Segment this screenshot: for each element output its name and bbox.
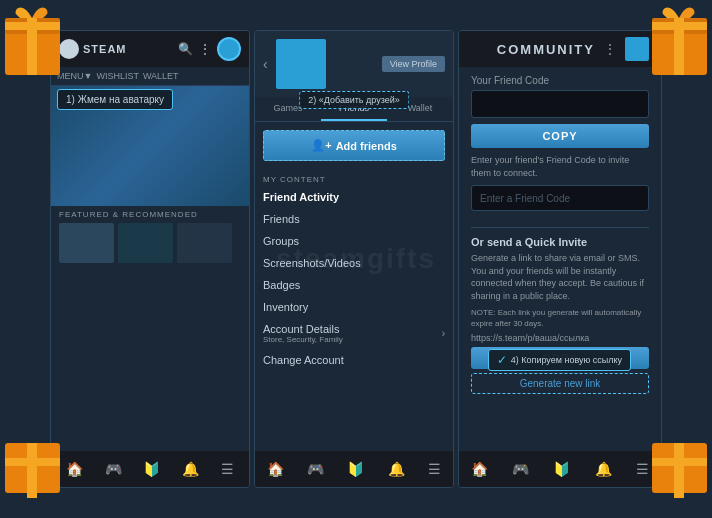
my-content-label: MY CONTENT <box>255 169 453 186</box>
middle-panel: ‹ View Profile 2) «Добавить друзей» Game… <box>254 30 454 488</box>
svg-rect-9 <box>27 443 37 498</box>
games-icon[interactable]: 🎮 <box>105 461 122 477</box>
back-arrow-icon[interactable]: ‹ <box>263 56 268 72</box>
add-friends-icon: 👤+ <box>311 139 331 152</box>
svg-rect-13 <box>652 458 707 466</box>
hamburger-icon[interactable]: ☰ <box>221 461 234 477</box>
tooltip-avatar: 1) Жмем на аватарку <box>57 89 173 110</box>
main-container: STEAM 🔍 ⋮ MENU▼ WISHLIST WALLET 1) Жмем … <box>50 30 662 488</box>
generate-new-link-button[interactable]: Generate new link <box>471 373 649 394</box>
check-icon: ✓ <box>497 353 507 367</box>
expiry-note: NOTE: Each link you generate will automa… <box>471 307 649 329</box>
friend-code-section: Your Friend Code COPY Enter your friend'… <box>459 67 661 219</box>
quick-invite-title: Or send a Quick Invite <box>471 236 649 248</box>
mid-bell-icon[interactable]: 🔔 <box>388 461 405 477</box>
menu-change-account[interactable]: Change Account <box>255 349 453 371</box>
game-thumb-3[interactable] <box>177 223 232 263</box>
profile-avatar <box>276 39 326 89</box>
mid-shield-icon[interactable]: 🔰 <box>347 461 364 477</box>
community-title: COMMUNITY <box>497 42 595 57</box>
steam-bottom-nav: 🏠 🎮 🔰 🔔 ☰ <box>51 451 249 487</box>
tooltip-copy-link: ✓ 4) Копируем новую ссылку <box>488 349 631 371</box>
mid-home-icon[interactable]: 🏠 <box>267 461 284 477</box>
copy-friend-code-button[interactable]: COPY <box>471 124 649 148</box>
steam-header: STEAM 🔍 ⋮ <box>51 31 249 67</box>
quick-invite-desc: Generate a link to share via email or SM… <box>471 252 649 302</box>
divider <box>471 227 649 228</box>
menu-friend-activity[interactable]: Friend Activity <box>255 186 453 208</box>
gift-decoration-bl <box>0 438 80 518</box>
nav-wallet[interactable]: WALLET <box>143 71 179 81</box>
steam-header-icons: 🔍 ⋮ <box>177 37 241 61</box>
game-thumbnails <box>51 223 249 263</box>
community-menu-icon[interactable]: ⋮ <box>603 41 617 57</box>
quick-invite-section: Or send a Quick Invite Generate a link t… <box>459 236 661 329</box>
screenshots-label: Screenshots/Videos <box>263 257 361 269</box>
friend-code-display <box>471 90 649 118</box>
steam-logo-text: STEAM <box>83 43 127 55</box>
right-games-icon[interactable]: 🎮 <box>512 461 529 477</box>
right-bottom-nav: 🏠 🎮 🔰 🔔 ☰ <box>459 451 661 487</box>
user-avatar[interactable] <box>217 37 241 61</box>
right-home-icon[interactable]: 🏠 <box>471 461 488 477</box>
menu-dots-icon[interactable]: ⋮ <box>197 41 213 57</box>
gift-decoration-br <box>632 438 712 518</box>
badges-label: Badges <box>263 279 300 291</box>
menu-groups[interactable]: Groups <box>255 230 453 252</box>
svg-rect-10 <box>5 458 60 466</box>
view-profile-button[interactable]: View Profile <box>382 56 445 72</box>
add-friends-label: Add friends <box>336 140 397 152</box>
middle-bottom-nav: 🏠 🎮 🔰 🔔 ☰ <box>255 451 453 487</box>
shield-icon[interactable]: 🔰 <box>143 461 160 477</box>
change-account-label: Change Account <box>263 354 344 366</box>
link-url: https://s.team/p/ваша/ссылка <box>459 329 661 347</box>
inventory-label: Inventory <box>263 301 308 313</box>
friends-label: Friends <box>263 213 300 225</box>
community-header: COMMUNITY ⋮ <box>459 31 661 67</box>
account-arrow-icon: › <box>442 328 445 339</box>
enter-code-placeholder: Enter a Friend Code <box>480 193 570 204</box>
right-panel: COMMUNITY ⋮ Your Friend Code COPY Enter … <box>458 30 662 488</box>
friend-code-label: Your Friend Code <box>471 75 649 86</box>
steam-panel: STEAM 🔍 ⋮ MENU▼ WISHLIST WALLET 1) Жмем … <box>50 30 250 488</box>
bell-icon[interactable]: 🔔 <box>182 461 199 477</box>
search-icon[interactable]: 🔍 <box>177 41 193 57</box>
account-sub: Store, Security, Family <box>263 335 343 344</box>
right-bell-icon[interactable]: 🔔 <box>595 461 612 477</box>
invite-info-text: Enter your friend's Friend Code to invit… <box>471 154 649 179</box>
groups-label: Groups <box>263 235 299 247</box>
gift-decoration-tr <box>632 0 712 80</box>
enter-friend-code-input[interactable]: Enter a Friend Code <box>471 185 649 211</box>
menu-account[interactable]: Account Details Store, Security, Family … <box>255 318 453 349</box>
menu-badges[interactable]: Badges <box>255 274 453 296</box>
add-friends-button[interactable]: 👤+ Add friends <box>263 130 445 161</box>
tooltip-copy-text: 4) Копируем новую ссылку <box>511 355 622 365</box>
gift-decoration-tl <box>0 0 80 80</box>
svg-rect-3 <box>5 22 60 30</box>
menu-friends[interactable]: Friends <box>255 208 453 230</box>
featured-label: FEATURED & RECOMMENDED <box>51 206 249 223</box>
game-thumb-1[interactable] <box>59 223 114 263</box>
account-label: Account Details <box>263 323 343 335</box>
account-text: Account Details Store, Security, Family <box>263 323 343 344</box>
tooltip-add-friends: 2) «Добавить друзей» <box>299 91 409 109</box>
steam-nav: MENU▼ WISHLIST WALLET <box>51 67 249 86</box>
mid-menu-icon[interactable]: ☰ <box>428 461 441 477</box>
profile-header: ‹ View Profile <box>255 31 453 97</box>
menu-inventory[interactable]: Inventory <box>255 296 453 318</box>
mid-games-icon[interactable]: 🎮 <box>307 461 324 477</box>
friend-activity-label: Friend Activity <box>263 191 339 203</box>
game-thumb-2[interactable] <box>118 223 173 263</box>
nav-wishlist[interactable]: WISHLIST <box>96 71 139 81</box>
menu-screenshots[interactable]: Screenshots/Videos <box>255 252 453 274</box>
svg-rect-7 <box>652 22 707 30</box>
right-shield-icon[interactable]: 🔰 <box>553 461 570 477</box>
svg-rect-12 <box>674 443 684 498</box>
